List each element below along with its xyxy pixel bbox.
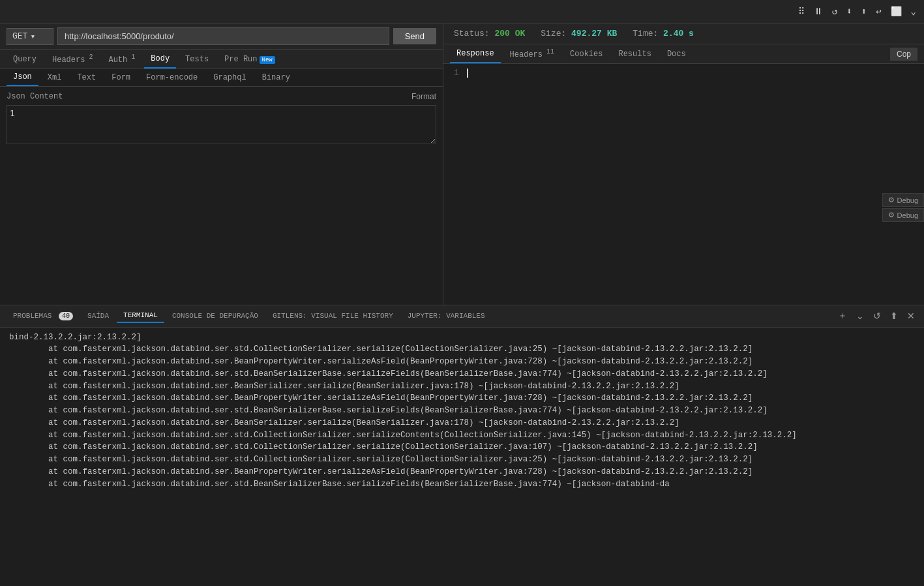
right-panel: Status: 200 OK Size: 492.27 KB Time: 2.4… bbox=[443, 23, 924, 305]
json-textarea[interactable]: 1 bbox=[7, 105, 436, 144]
json-content-label: Json Content bbox=[7, 92, 63, 101]
body-tab-form[interactable]: Form bbox=[105, 70, 137, 85]
terminal-line: at com.fasterxml.jackson.databind.ser.Be… bbox=[9, 466, 915, 478]
left-panel: GET ▾ Send Query Headers 2 Auth 1 Body T… bbox=[0, 23, 443, 305]
tab-pre-run[interactable]: Pre RunNew bbox=[218, 51, 282, 68]
main-split: GET ▾ Send Query Headers 2 Auth 1 Body T… bbox=[0, 23, 924, 305]
tab-headers[interactable]: Headers 2 bbox=[46, 50, 99, 69]
step-out-icon[interactable]: ⬆ bbox=[859, 5, 869, 18]
status-value: 200 OK bbox=[494, 29, 525, 39]
split-terminal-button[interactable]: ⌄ bbox=[854, 309, 867, 322]
tab-console-depuracao[interactable]: CONSOLE DE DEPURAÇÃO bbox=[166, 309, 265, 322]
debug-button-2[interactable]: ⚙ Debug bbox=[882, 208, 924, 222]
step-over-icon[interactable]: ⬇ bbox=[844, 5, 854, 18]
terminal-line: at com.fasterxml.jackson.databind.ser.st… bbox=[9, 429, 915, 442]
tab-problemas[interactable]: PROBLEMAS 40 bbox=[7, 309, 80, 322]
refresh-icon[interactable]: ↺ bbox=[829, 5, 840, 18]
status-label: Status: 200 OK bbox=[454, 29, 525, 39]
terminal-line: at com.fasterxml.jackson.databind.ser.st… bbox=[9, 343, 915, 356]
terminal-line: at com.fasterxml.jackson.databind.ser.Be… bbox=[9, 392, 915, 405]
response-body: 1 bbox=[443, 64, 924, 305]
debug-icon-2: ⚙ bbox=[888, 211, 895, 219]
debug-panel: ⚙ Debug ⚙ Debug bbox=[882, 193, 924, 222]
tab-response[interactable]: Response bbox=[450, 45, 501, 63]
json-content-header: Json Content Format bbox=[7, 92, 436, 101]
method-select[interactable]: GET ▾ bbox=[7, 28, 53, 45]
tab-terminal[interactable]: TERMINAL bbox=[117, 309, 164, 323]
tab-query[interactable]: Query bbox=[7, 51, 43, 68]
terminal-line: at com.fasterxml.jackson.databind.ser.st… bbox=[9, 368, 915, 380]
pause-icon[interactable]: ⏸ bbox=[811, 5, 826, 18]
panel-tabs: PROBLEMAS 40 SAÍDA TERMINAL CONSOLE DE D… bbox=[0, 305, 924, 328]
response-tabs: Response Headers 11 Cookies Results Docs… bbox=[443, 44, 924, 64]
time-label: Time: 2.40 s bbox=[633, 29, 694, 39]
body-tab-graphql[interactable]: Graphql bbox=[207, 70, 252, 85]
add-terminal-button[interactable]: ＋ bbox=[835, 309, 850, 323]
format-button[interactable]: Format bbox=[411, 92, 436, 101]
body-tab-xml[interactable]: Xml bbox=[41, 70, 68, 85]
stop-icon[interactable]: ⬜ bbox=[888, 5, 904, 18]
url-bar: GET ▾ Send bbox=[0, 23, 443, 50]
size-label: Size: 492.27 KB bbox=[541, 29, 617, 39]
url-input[interactable] bbox=[57, 27, 389, 45]
terminal-line: at com.fasterxml.jackson.databind.ser.st… bbox=[9, 478, 915, 491]
json-content-area: Json Content Format 1 bbox=[0, 87, 443, 305]
time-value: 2.40 s bbox=[663, 29, 694, 39]
body-tab-binary[interactable]: Binary bbox=[256, 70, 297, 85]
tab-cookies[interactable]: Cookies bbox=[563, 46, 609, 63]
tab-results[interactable]: Results bbox=[612, 46, 657, 63]
tab-auth[interactable]: Auth 1 bbox=[102, 50, 142, 69]
method-chevron-icon: ▾ bbox=[30, 31, 35, 42]
size-value: 492.27 KB bbox=[571, 29, 617, 39]
terminal-line: at com.fasterxml.jackson.databind.ser.Be… bbox=[9, 356, 915, 368]
body-tab-text[interactable]: Text bbox=[70, 70, 102, 85]
tab-docs[interactable]: Docs bbox=[661, 46, 693, 63]
debug-icon-1: ⚙ bbox=[888, 196, 895, 204]
body-tab-json[interactable]: Json bbox=[7, 69, 38, 86]
chevron-down-icon[interactable]: ⌄ bbox=[908, 5, 919, 18]
request-tabs: Query Headers 2 Auth 1 Body Tests Pre Ru… bbox=[0, 50, 443, 69]
terminal-content[interactable]: bind-2.13.2.2.jar:2.13.2.2] at com.faste… bbox=[0, 328, 924, 587]
restart-icon[interactable]: ↩ bbox=[873, 5, 884, 18]
tab-gitlens[interactable]: GITLENS: VISUAL FILE HISTORY bbox=[266, 309, 400, 322]
restore-panel-button[interactable]: ↺ bbox=[871, 309, 884, 322]
tab-resp-headers[interactable]: Headers 11 bbox=[503, 44, 561, 63]
terminal-line: at com.fasterxml.jackson.databind.ser.Be… bbox=[9, 417, 915, 429]
terminal-line: at com.fasterxml.jackson.databind.ser.st… bbox=[9, 405, 915, 417]
terminal-line: bind-2.13.2.2.jar:2.13.2.2] bbox=[9, 332, 915, 344]
send-button[interactable]: Send bbox=[393, 28, 436, 44]
top-toolbar: ⠿ ⏸ ↺ ⬇ ⬆ ↩ ⬜ ⌄ bbox=[0, 0, 924, 23]
cursor bbox=[467, 69, 468, 78]
terminal-line: at com.fasterxml.jackson.databind.ser.st… bbox=[9, 441, 915, 454]
tab-saida[interactable]: SAÍDA bbox=[81, 309, 115, 322]
body-tab-form-encode[interactable]: Form-encode bbox=[140, 70, 204, 85]
status-bar: Status: 200 OK Size: 492.27 KB Time: 2.4… bbox=[443, 23, 924, 44]
tab-body[interactable]: Body bbox=[144, 50, 176, 69]
close-panel-button[interactable]: ✕ bbox=[904, 309, 917, 322]
response-line-1: 1 bbox=[454, 68, 914, 78]
debug-button-1[interactable]: ⚙ Debug bbox=[882, 193, 924, 207]
maximize-panel-button[interactable]: ⬆ bbox=[887, 309, 901, 322]
terminal-line: at com.fasterxml.jackson.databind.ser.Be… bbox=[9, 380, 915, 393]
method-value: GET bbox=[12, 31, 27, 41]
panel-tab-actions: ＋ ⌄ ↺ ⬆ ✕ bbox=[835, 309, 917, 323]
bottom-panel: PROBLEMAS 40 SAÍDA TERMINAL CONSOLE DE D… bbox=[0, 305, 924, 587]
copy-button[interactable]: Cop bbox=[890, 48, 917, 61]
tab-tests[interactable]: Tests bbox=[179, 51, 215, 68]
line-number: 1 bbox=[454, 68, 459, 78]
drag-icon[interactable]: ⠿ bbox=[796, 5, 807, 18]
terminal-line: at com.fasterxml.jackson.databind.ser.st… bbox=[9, 454, 915, 466]
body-tabs: Json Xml Text Form Form-encode Graphql B… bbox=[0, 69, 443, 87]
tab-jupyter[interactable]: JUPYTER: VARIABLES bbox=[401, 309, 492, 322]
